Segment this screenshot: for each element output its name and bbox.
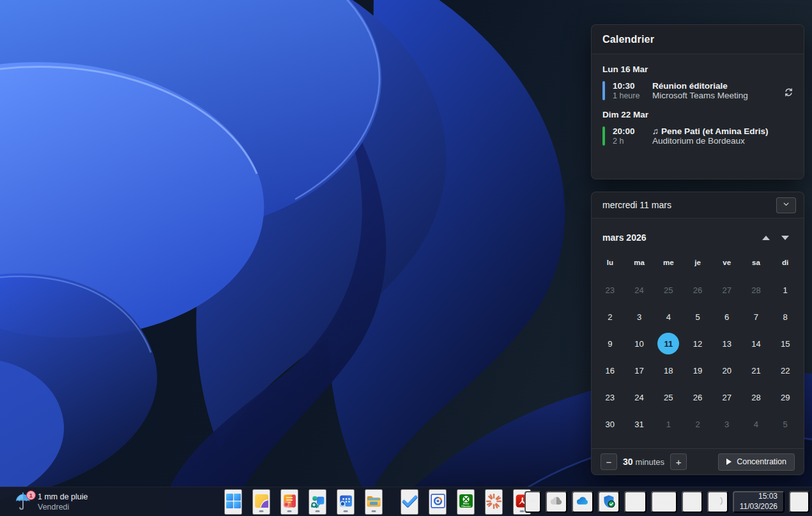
weekday-label: ve xyxy=(712,259,742,266)
recurring-icon xyxy=(783,86,795,101)
day-cell[interactable]: 5 xyxy=(683,303,712,330)
app-window-search[interactable] xyxy=(337,489,355,515)
day-cell[interactable]: 24 xyxy=(625,277,654,303)
day-number: 1 xyxy=(783,285,788,295)
day-cell[interactable]: 1 xyxy=(654,411,683,437)
wifi-button[interactable] xyxy=(682,491,703,513)
day-number: 23 xyxy=(606,285,615,295)
day-cell[interactable]: 22 xyxy=(770,357,800,384)
day-cell[interactable]: 12 xyxy=(683,330,712,357)
day-cell[interactable]: 10 xyxy=(625,330,654,357)
notification-bell-button[interactable]: z xyxy=(789,491,809,513)
day-cell[interactable]: 4 xyxy=(742,411,771,437)
touch-keyboard-button[interactable] xyxy=(624,491,647,513)
app-file-explorer[interactable] xyxy=(365,489,383,515)
day-cell[interactable]: 19 xyxy=(683,357,712,384)
day-cell[interactable]: 27 xyxy=(712,384,742,411)
language-indicator[interactable]: FRA xyxy=(651,491,677,513)
day-number: 21 xyxy=(751,366,760,376)
running-indicator xyxy=(316,510,320,512)
day-cell[interactable]: 29 xyxy=(770,384,800,411)
app-people-search[interactable] xyxy=(309,489,326,515)
day-cell[interactable]: 17 xyxy=(625,357,654,384)
day-cell[interactable]: 26 xyxy=(683,384,712,411)
keyboard-icon xyxy=(627,493,643,511)
weather-widget[interactable]: 1 1 mm de pluie Vendredi xyxy=(14,487,88,516)
day-cell[interactable]: 16 xyxy=(595,357,625,384)
taskbar-apps: Retro Classics xyxy=(224,487,531,516)
next-month-button[interactable] xyxy=(776,231,795,245)
day-number: 4 xyxy=(666,312,671,322)
day-cell[interactable]: 30 xyxy=(595,411,625,437)
concentration-button[interactable]: Concentration xyxy=(718,453,795,471)
day-cell[interactable]: 31 xyxy=(625,411,654,437)
day-cell[interactable]: 4 xyxy=(654,303,683,330)
windows-security-button[interactable] xyxy=(598,491,620,513)
day-number: 14 xyxy=(751,339,760,349)
weekday-label: lu xyxy=(595,259,625,266)
day-cell[interactable]: 27 xyxy=(712,277,742,303)
day-cell[interactable]: 9 xyxy=(595,330,625,357)
day-cell[interactable]: 7 xyxy=(742,303,771,330)
day-number: 2 xyxy=(608,312,612,322)
day-cell[interactable]: 25 xyxy=(654,277,683,303)
event-row[interactable]: 20:00 2 h ♫ Pene Pati (et Amina Edris) A… xyxy=(602,126,795,146)
day-number: 16 xyxy=(606,366,615,376)
weather-line1: 1 mm de pluie xyxy=(38,492,88,502)
day-cell[interactable]: 3 xyxy=(712,411,742,437)
day-cell[interactable]: 18 xyxy=(654,357,683,384)
onedrive-personal-button[interactable] xyxy=(546,491,567,513)
app-todo[interactable] xyxy=(401,489,418,515)
focus-duration-unit: minutes xyxy=(636,457,665,467)
event-row[interactable]: 10:30 1 heure Réunion éditoriale Microso… xyxy=(602,80,795,101)
prev-month-button[interactable] xyxy=(756,231,776,245)
day-cell[interactable]: 6 xyxy=(712,303,742,330)
day-number: 8 xyxy=(783,312,788,322)
day-cell[interactable]: 13 xyxy=(712,330,742,357)
increase-duration-button[interactable]: + xyxy=(670,453,687,470)
tray-time: 15:03 xyxy=(758,492,778,502)
app-xbox-retro-classics[interactable]: Retro Classics xyxy=(457,489,475,515)
day-cell[interactable]: 14 xyxy=(742,330,771,357)
onedrive-button[interactable] xyxy=(572,491,594,513)
day-number: 27 xyxy=(722,393,731,402)
day-cell[interactable]: 25 xyxy=(654,384,683,411)
app-sticky-notes[interactable] xyxy=(252,489,270,515)
day-cell[interactable]: 15 xyxy=(770,330,800,357)
day-number: 10 xyxy=(634,339,643,349)
agenda-header: Calendrier xyxy=(592,25,804,54)
day-cell[interactable]: 26 xyxy=(683,277,712,303)
day-number: 28 xyxy=(751,393,760,402)
day-number: 15 xyxy=(781,339,790,349)
day-cell[interactable]: 2 xyxy=(683,411,712,437)
cloud-gray-icon xyxy=(549,494,564,511)
running-indicator xyxy=(520,510,525,512)
day-cell[interactable]: 8 xyxy=(770,303,800,330)
day-cell[interactable]: 23 xyxy=(595,277,625,303)
day-cell[interactable]: 28 xyxy=(742,384,771,411)
decrease-duration-button[interactable]: − xyxy=(601,453,617,470)
day-cell[interactable]: 21 xyxy=(742,357,771,384)
day-cell[interactable]: 11 xyxy=(654,330,683,357)
hidden-icons-button[interactable] xyxy=(525,491,541,513)
tray-date: 11/03/2026 xyxy=(740,502,778,512)
day-number: 25 xyxy=(664,393,673,402)
app-photo-viewer[interactable] xyxy=(429,489,447,515)
day-cell[interactable]: 3 xyxy=(625,303,654,330)
day-cell[interactable]: 23 xyxy=(595,384,625,411)
day-cell[interactable]: 24 xyxy=(625,384,654,411)
day-cell[interactable]: 1 xyxy=(770,277,800,303)
day-number: 26 xyxy=(693,393,702,402)
day-cell[interactable]: 20 xyxy=(712,357,742,384)
collapse-calendar-button[interactable] xyxy=(776,197,796,213)
day-number: 19 xyxy=(693,366,702,376)
day-cell[interactable]: 5 xyxy=(770,411,800,437)
month-nav-row: mars 2026 xyxy=(592,218,804,248)
day-cell[interactable]: 28 xyxy=(742,277,771,303)
app-claude[interactable] xyxy=(485,489,503,515)
volume-button[interactable] xyxy=(707,491,728,513)
day-cell[interactable]: 2 xyxy=(595,303,625,330)
app-document-search[interactable] xyxy=(280,489,298,515)
clock-tray-button[interactable]: 15:03 11/03/2026 xyxy=(733,491,785,513)
start-button[interactable] xyxy=(224,489,242,515)
